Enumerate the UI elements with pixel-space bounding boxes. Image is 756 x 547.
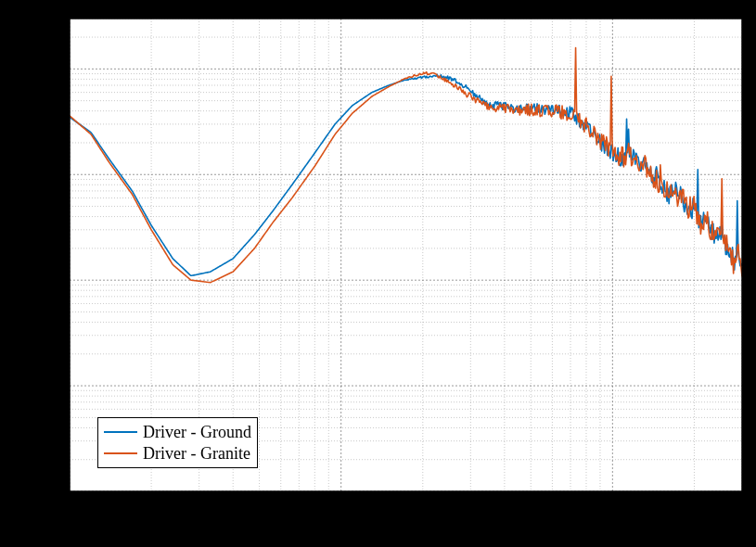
legend-swatch — [104, 452, 137, 454]
chart-legend: Driver - Ground Driver - Granite — [97, 417, 258, 468]
legend-entry-granite: Driver - Granite — [104, 443, 251, 464]
legend-swatch — [104, 431, 137, 433]
legend-label: Driver - Ground — [143, 422, 251, 443]
legend-label: Driver - Granite — [143, 443, 250, 464]
legend-entry-ground: Driver - Ground — [104, 422, 251, 443]
